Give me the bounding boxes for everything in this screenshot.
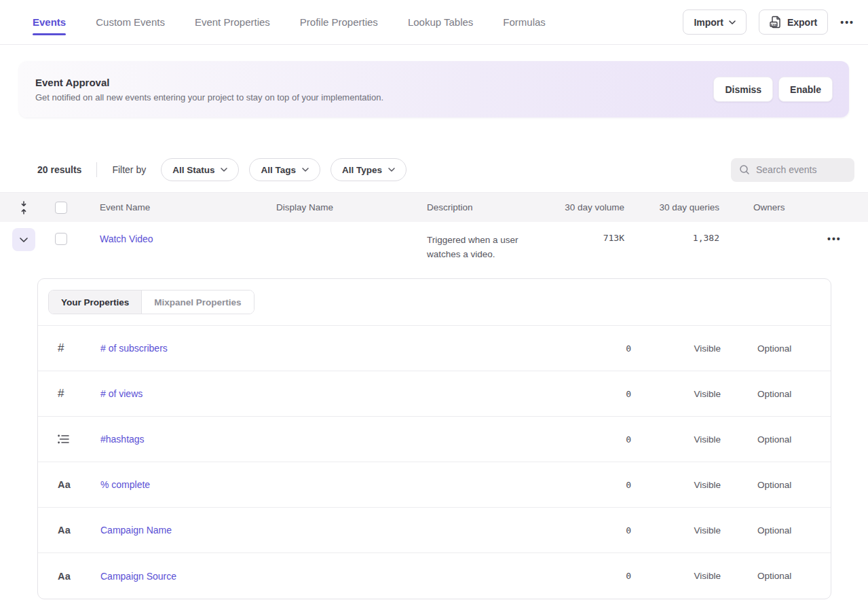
property-visibility: Visible (631, 525, 757, 536)
nav-actions: Import csv Export ••• (683, 10, 854, 35)
queries-cell: 1,382 (624, 233, 719, 243)
column-volume: 30 day volume (557, 202, 624, 212)
property-visibility: Visible (631, 434, 757, 445)
event-properties-panel: Your Properties Mixpanel Properties # # … (37, 278, 831, 599)
property-queries: 0 (563, 571, 631, 581)
filter-by-label: Filter by (112, 164, 146, 175)
property-requirement: Optional (757, 343, 831, 354)
search-input[interactable] (756, 164, 844, 175)
banner-text: Event Approval Get notified on all new e… (35, 77, 383, 102)
properties-segmented-control: Your Properties Mixpanel Properties (48, 290, 254, 314)
tab-formulas[interactable]: Formulas (503, 0, 546, 44)
banner-actions: Dismiss Enable (713, 77, 833, 102)
list-type-icon (58, 434, 100, 444)
property-requirement: Optional (757, 389, 831, 399)
table-row-watch-video: Watch Video Triggered when a user watche… (0, 222, 868, 274)
event-approval-banner: Event Approval Get notified on all new e… (19, 61, 849, 117)
tab-your-properties[interactable]: Your Properties (49, 290, 142, 314)
event-name-link[interactable]: Watch Video (100, 233, 153, 244)
property-row: #hashtags 0 Visible Optional (38, 417, 831, 462)
more-options-icon[interactable]: ••• (840, 18, 854, 27)
nav-tabs: Events Custom Events Event Properties Pr… (33, 0, 546, 44)
property-name-link[interactable]: #hashtags (100, 434, 563, 445)
types-filter-dropdown[interactable]: All Types (331, 158, 407, 181)
row-checkbox[interactable] (55, 233, 67, 245)
import-button[interactable]: Import (683, 10, 747, 35)
tab-profile-properties[interactable]: Profile Properties (300, 0, 378, 44)
column-queries: 30 day queries (624, 202, 719, 212)
property-visibility: Visible (631, 389, 757, 399)
collapse-all-icon[interactable] (0, 201, 48, 214)
property-requirement: Optional (757, 480, 831, 490)
chevron-down-icon (388, 168, 395, 172)
events-table-header: Event Name Display Name Description 30 d… (0, 192, 868, 222)
lexicon-page: Events Custom Events Event Properties Pr… (0, 0, 868, 600)
column-display-name: Display Name (276, 202, 427, 212)
status-filter-dropdown[interactable]: All Status (161, 158, 239, 181)
property-visibility: Visible (631, 571, 757, 581)
property-visibility: Visible (631, 343, 757, 354)
property-name-link[interactable]: % complete (100, 479, 563, 490)
property-requirement: Optional (757, 525, 831, 536)
chevron-down-icon (221, 168, 227, 172)
property-queries: 0 (563, 343, 631, 354)
text-type-icon: Aa (58, 479, 100, 490)
column-event-name: Event Name (100, 202, 276, 212)
top-navigation: Events Custom Events Event Properties Pr… (0, 0, 868, 45)
description-cell: Triggered when a user watches a video. (427, 233, 557, 261)
property-requirement: Optional (757, 434, 831, 445)
property-queries: 0 (563, 480, 631, 490)
divider (96, 162, 97, 177)
column-owners: Owners (719, 202, 827, 212)
tab-lookup-tables[interactable]: Lookup Tables (408, 0, 473, 44)
banner-description: Get notified on all new events entering … (35, 92, 383, 102)
property-name-link[interactable]: # of views (100, 388, 563, 399)
enable-button[interactable]: Enable (778, 77, 833, 102)
select-all-checkbox[interactable] (55, 202, 67, 214)
property-name-link[interactable]: Campaign Source (100, 571, 563, 582)
property-queries: 0 (563, 525, 631, 536)
property-requirement: Optional (757, 571, 831, 581)
csv-file-icon: csv (770, 16, 782, 29)
number-type-icon: # (58, 387, 100, 400)
property-row: Aa % complete 0 Visible Optional (38, 462, 831, 508)
property-row: Aa Campaign Name 0 Visible Optional (38, 508, 831, 553)
export-button[interactable]: csv Export (759, 10, 828, 35)
results-count: 20 results (37, 164, 81, 175)
status-filter-label: All Status (172, 165, 214, 175)
types-filter-label: All Types (342, 165, 382, 175)
property-row: # # of views 0 Visible Optional (38, 371, 831, 417)
volume-cell: 713K (557, 233, 624, 243)
number-type-icon: # (58, 341, 100, 355)
property-queries: 0 (563, 434, 631, 445)
text-type-icon: Aa (58, 525, 100, 536)
dismiss-button[interactable]: Dismiss (713, 77, 773, 102)
filter-toolbar: 20 results Filter by All Status All Tags… (0, 157, 868, 182)
row-more-options-icon[interactable]: ••• (827, 233, 842, 244)
search-box[interactable] (731, 158, 854, 182)
svg-text:csv: csv (770, 22, 776, 26)
property-name-link[interactable]: Campaign Name (100, 525, 563, 536)
property-queries: 0 (563, 389, 631, 399)
chevron-down-icon (729, 20, 736, 24)
property-row: Aa Campaign Source 0 Visible Optional (38, 553, 831, 599)
text-type-icon: Aa (58, 571, 100, 582)
tab-custom-events[interactable]: Custom Events (96, 0, 165, 44)
column-description: Description (427, 202, 557, 212)
tab-mixpanel-properties[interactable]: Mixpanel Properties (142, 290, 253, 314)
import-button-label: Import (694, 17, 723, 28)
chevron-down-icon (302, 168, 309, 172)
collapse-row-button[interactable] (12, 228, 35, 251)
property-row: # # of subscribers 0 Visible Optional (38, 326, 831, 371)
search-icon (739, 164, 750, 175)
tags-filter-dropdown[interactable]: All Tags (249, 158, 320, 181)
banner-title: Event Approval (35, 77, 383, 88)
properties-tab-bar: Your Properties Mixpanel Properties (38, 279, 831, 326)
property-visibility: Visible (631, 480, 757, 490)
tags-filter-label: All Tags (261, 165, 296, 175)
tab-events[interactable]: Events (33, 0, 66, 44)
property-name-link[interactable]: # of subscribers (100, 343, 563, 354)
export-button-label: Export (787, 17, 817, 28)
tab-event-properties[interactable]: Event Properties (195, 0, 270, 44)
